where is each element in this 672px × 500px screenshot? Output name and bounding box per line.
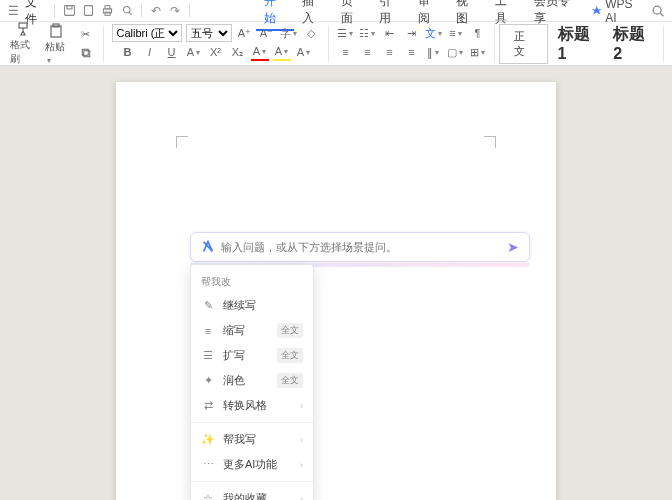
align-distribute-icon[interactable]: ≡	[446, 24, 464, 42]
superscript-icon[interactable]: X²	[207, 43, 225, 61]
ai-item-shorten[interactable]: ≡ 缩写 全文	[191, 318, 313, 343]
bullet-list-icon[interactable]: ☰	[336, 24, 354, 42]
separator	[54, 4, 55, 18]
redo-icon[interactable]: ↷	[167, 3, 182, 19]
badge-fulltext: 全文	[277, 323, 303, 338]
margin-corner	[176, 136, 188, 148]
search-icon[interactable]	[651, 3, 666, 19]
copy-icon[interactable]	[77, 44, 95, 62]
sparkle-icon: ✦	[201, 374, 215, 388]
paragraph-group: ☰ ☷ ⇤ ⇥ 文 ≡ ¶ ≡ ≡ ≡ ≡ ‖ ▢ ⊞	[332, 24, 490, 63]
separator	[328, 26, 329, 62]
align-center-icon[interactable]: ≡	[358, 43, 376, 61]
separator	[141, 4, 142, 18]
strikethrough-icon[interactable]: A	[185, 43, 203, 61]
bold-icon[interactable]: B	[119, 43, 137, 61]
grow-font-icon[interactable]: A⁺	[236, 24, 254, 42]
svg-rect-9	[51, 26, 61, 37]
menubar: ☰ 文件 ↶ ↷ 开始 插入 页面 引用 审阅 视图 工具 会员专享 WPS A…	[0, 0, 672, 22]
menu-icon[interactable]: ☰	[6, 3, 21, 19]
separator	[494, 26, 495, 62]
line-spacing-icon[interactable]: ‖	[424, 43, 442, 61]
svg-rect-11	[82, 49, 88, 55]
style-body[interactable]: 正文	[499, 24, 547, 64]
italic-icon[interactable]: I	[141, 43, 159, 61]
clear-format-icon[interactable]: ◇	[302, 24, 320, 42]
shrink-font-icon[interactable]: A⁻	[258, 24, 276, 42]
ai-item-label: 更多AI功能	[223, 457, 277, 472]
format-painter-button[interactable]: 格式刷	[6, 24, 39, 63]
format-painter-label: 格式刷	[10, 38, 35, 66]
number-list-icon[interactable]: ☷	[358, 24, 376, 42]
align-justify-icon[interactable]: ≡	[402, 43, 420, 61]
badge-fulltext: 全文	[277, 373, 303, 388]
ai-item-favorites[interactable]: ☆ 我的收藏 ›	[191, 486, 313, 500]
ai-item-label: 缩写	[223, 323, 245, 338]
svg-rect-8	[19, 23, 27, 28]
text-direction-icon[interactable]: 文	[424, 24, 442, 42]
style-heading1[interactable]: 标题 1	[550, 22, 604, 65]
font-size-select[interactable]: 五号	[186, 24, 232, 42]
svg-rect-2	[84, 6, 92, 16]
chevron-right-icon: ›	[300, 494, 303, 501]
paste-button[interactable]: 粘贴	[41, 24, 71, 63]
menu-separator	[191, 422, 313, 423]
svg-point-6	[123, 6, 130, 13]
undo-icon[interactable]: ↶	[148, 3, 163, 19]
menubar-right: WPS AI	[591, 0, 666, 25]
svg-rect-5	[105, 12, 110, 15]
border-icon[interactable]: ⊞	[468, 43, 486, 61]
svg-rect-1	[67, 6, 72, 9]
subscript-icon[interactable]: X₂	[229, 43, 247, 61]
font-select[interactable]: Calibri (正文)	[112, 24, 182, 42]
underline-icon[interactable]: U	[163, 43, 181, 61]
decrease-indent-icon[interactable]: ⇤	[380, 24, 398, 42]
document-canvas: ➤ 帮我改 ✎ 继续写 ≡ 缩写 全文 ☰ 扩写 全文 ✦ 润色 全文 ⇄ 转换…	[0, 66, 672, 500]
font-color-icon[interactable]: A	[251, 43, 269, 61]
change-case-icon[interactable]: 字	[280, 24, 298, 42]
align-left-icon[interactable]: ≡	[336, 43, 354, 61]
font-effects-icon[interactable]: A	[295, 43, 313, 61]
paste-label: 粘贴	[45, 40, 67, 65]
cut-icon[interactable]: ✂	[77, 25, 95, 43]
show-marks-icon[interactable]: ¶	[468, 24, 486, 42]
wps-ai-button[interactable]: WPS AI	[591, 0, 645, 25]
ai-item-expand[interactable]: ☰ 扩写 全文	[191, 343, 313, 368]
ai-item-label: 扩写	[223, 348, 245, 363]
ai-input-bar[interactable]: ➤	[190, 232, 530, 262]
wps-ai-label: WPS AI	[605, 0, 645, 25]
badge-fulltext: 全文	[277, 348, 303, 363]
shading-icon[interactable]: ▢	[446, 43, 464, 61]
ai-item-label: 润色	[223, 373, 245, 388]
chevron-right-icon: ›	[300, 460, 303, 470]
ai-prompt-input[interactable]	[221, 241, 501, 253]
preview-icon[interactable]	[120, 3, 135, 19]
increase-indent-icon[interactable]: ⇥	[402, 24, 420, 42]
paste-icon	[47, 23, 65, 39]
ai-item-polish[interactable]: ✦ 润色 全文	[191, 368, 313, 393]
ai-item-more[interactable]: ⋯ 更多AI功能 ›	[191, 452, 313, 477]
svg-rect-12	[83, 51, 89, 57]
separator	[103, 26, 104, 62]
ai-item-label: 转换风格	[223, 398, 267, 413]
send-icon[interactable]: ➤	[507, 239, 519, 255]
swap-icon: ⇄	[201, 399, 215, 413]
menu-separator	[191, 481, 313, 482]
separator	[189, 4, 190, 18]
align-right-icon[interactable]: ≡	[380, 43, 398, 61]
print-icon[interactable]	[100, 3, 115, 19]
margin-corner	[484, 136, 496, 148]
font-group: Calibri (正文) 五号 A⁺ A⁻ 字 ◇ B I U A X² X₂ …	[108, 24, 324, 63]
ai-item-continue[interactable]: ✎ 继续写	[191, 293, 313, 318]
highlight-icon[interactable]: A	[273, 43, 291, 61]
save-icon[interactable]	[61, 3, 76, 19]
chevron-right-icon: ›	[300, 401, 303, 411]
style-heading2[interactable]: 标题 2	[605, 22, 659, 65]
ai-item-write[interactable]: ✨ 帮我写 ›	[191, 427, 313, 452]
ai-item-style[interactable]: ⇄ 转换风格 ›	[191, 393, 313, 418]
print-preview-icon[interactable]	[81, 3, 96, 19]
ai-section-edit: 帮我改	[191, 271, 313, 293]
ai-menu: 帮我改 ✎ 继续写 ≡ 缩写 全文 ☰ 扩写 全文 ✦ 润色 全文 ⇄ 转换风格…	[190, 264, 314, 500]
more-icon: ⋯	[201, 458, 215, 472]
document-page[interactable]	[116, 82, 556, 500]
